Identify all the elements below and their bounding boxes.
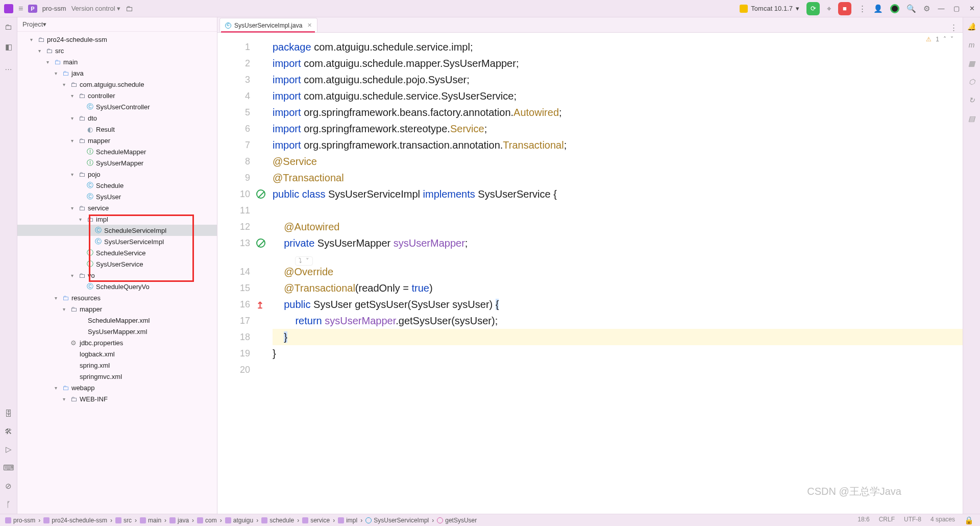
maximize-icon[interactable]: ▢	[952, 5, 961, 13]
tree-item-com-atguigu-schedule[interactable]: ▾🗀com.atguigu.schedule	[17, 79, 217, 90]
tree-item-webapp[interactable]: ▾🗀webapp	[17, 382, 217, 393]
tree-item-resources[interactable]: ▾🗀resources	[17, 292, 217, 303]
tree-item-sysuser[interactable]: ⒸSysUser	[17, 191, 217, 202]
breadcrumb-java[interactable]: java	[169, 517, 189, 524]
breadcrumb[interactable]: pro-ssm›pro24-schedule-ssm›src›main›java…	[0, 517, 477, 524]
more-tool-icon[interactable]: …	[5, 63, 12, 71]
project-tree[interactable]: ▾🗀pro24-schedule-ssm▾🗀src▾🗀main▾🗀java▾🗀c…	[17, 32, 217, 514]
minimize-icon[interactable]: —	[937, 5, 945, 13]
problems-icon[interactable]: ⊘	[5, 482, 12, 491]
breadcrumb-service[interactable]: service	[302, 517, 330, 524]
run-config-selector[interactable]: Tomcat 10.1.7 ▾	[740, 5, 799, 13]
breadcrumb-schedule[interactable]: schedule	[261, 517, 294, 524]
terminal-icon[interactable]: ⌨	[3, 463, 14, 472]
version-control-dropdown[interactable]: Version control ▾	[71, 5, 121, 12]
settings-icon[interactable]: ⚙	[923, 4, 930, 13]
chevron-down-icon[interactable]: ˅	[950, 36, 953, 43]
indent[interactable]: 4 spaces	[930, 516, 955, 525]
tree-item-sysusermapper[interactable]: ⒾSysUserMapper	[17, 157, 217, 169]
tree-item-src[interactable]: ▾🗀src	[17, 45, 217, 56]
git-icon[interactable]: ᚵ	[6, 500, 11, 509]
code-editor[interactable]: ⚠ 1 ˄ ˅ 1234567891011121314151617181920 …	[217, 33, 963, 514]
title-bar: ≡ P pro-ssm Version control ▾ 🗀 Tomcat 1…	[0, 0, 980, 17]
run-tool-icon[interactable]: ▷	[6, 445, 12, 454]
tree-item-dto[interactable]: ▾🗀dto	[17, 112, 217, 124]
inspection-badge[interactable]: ⚠ 1 ˄ ˅	[926, 36, 953, 43]
tree-item-pro24-schedule-ssm[interactable]: ▾🗀pro24-schedule-ssm	[17, 34, 217, 45]
notifications-icon[interactable]: 🔔	[967, 22, 976, 31]
rerun-button[interactable]: ⟳	[806, 2, 820, 15]
tool2-icon[interactable]: ▤	[968, 114, 975, 123]
tab-options-icon[interactable]: ⋮	[950, 23, 958, 32]
hammer-icon[interactable]: 🛠	[5, 427, 12, 436]
breadcrumb-sysuserserviceimpl[interactable]: SysUserServiceImpl	[365, 517, 429, 524]
tree-item-web-inf[interactable]: ▾🗀WEB-INF	[17, 393, 217, 404]
structure-tool-icon[interactable]: ◧	[5, 42, 12, 52]
editor-tabs: SysUserServiceImpl.java ✕ ⋮	[217, 17, 963, 33]
tomcat-icon	[740, 5, 748, 13]
open-folder-icon[interactable]: 🗀	[126, 4, 133, 13]
breadcrumb-com[interactable]: com	[197, 517, 217, 524]
tree-item-impl[interactable]: ▾🗀impl	[17, 213, 217, 225]
tab-sysuserserviceimpl[interactable]: SysUserServiceImpl.java ✕	[219, 18, 317, 32]
project-name[interactable]: pro-ssm	[42, 5, 66, 12]
breadcrumb-pro24-schedule-ssm[interactable]: pro24-schedule-ssm	[43, 517, 107, 524]
tree-item-scheduleservice[interactable]: ⒾScheduleService	[17, 247, 217, 258]
tree-item-sysusermapper-xml[interactable]: SysUserMapper.xml	[17, 326, 217, 337]
account-icon[interactable]: 👤	[873, 4, 883, 13]
db-tool-icon[interactable]: ▦	[968, 59, 975, 67]
tree-item-spring-xml[interactable]: spring.xml	[17, 360, 217, 371]
tree-item-service[interactable]: ▾🗀service	[17, 202, 217, 213]
tree-item-schedule[interactable]: ⒸSchedule	[17, 180, 217, 191]
tree-item-mapper[interactable]: ▾🗀mapper	[17, 135, 217, 146]
breadcrumb-impl[interactable]: impl	[338, 517, 357, 524]
tree-item-controller[interactable]: ▾🗀controller	[17, 90, 217, 101]
more-icon[interactable]: ⋮	[859, 4, 866, 13]
tree-item-pojo[interactable]: ▾🗀pojo	[17, 169, 217, 180]
close-icon[interactable]: ✕	[968, 5, 976, 13]
tree-item-mapper[interactable]: ▾🗀mapper	[17, 303, 217, 315]
project-tool-icon[interactable]: 🗀	[5, 22, 12, 31]
breadcrumb-main[interactable]: main	[140, 517, 161, 524]
project-badge[interactable]: P	[28, 5, 37, 13]
tree-item-schedulemapper-xml[interactable]: ScheduleMapper.xml	[17, 315, 217, 326]
tool1-icon[interactable]: ↻	[969, 96, 975, 104]
search-icon[interactable]: 🔍	[906, 4, 916, 13]
tree-item-scheduleserviceimpl[interactable]: ⒸScheduleServiceImpl	[17, 225, 217, 236]
maven-icon[interactable]: m	[969, 41, 975, 49]
database-icon[interactable]: 🗄	[5, 409, 12, 418]
breadcrumb-src[interactable]: src	[115, 517, 132, 524]
tree-item-springmvc-xml[interactable]: springmvc.xml	[17, 371, 217, 382]
tree-item-jdbc-properties[interactable]: ⚙jdbc.properties	[17, 337, 217, 348]
code-content[interactable]: package com.atguigu.schedule.service.imp…	[255, 33, 963, 514]
tree-item-vo[interactable]: ▾🗀vo	[17, 270, 217, 281]
tree-item-schedulemapper[interactable]: ⒾScheduleMapper	[17, 146, 217, 157]
tree-item-main[interactable]: ▾🗀main	[17, 56, 217, 67]
tree-item-sysuserserviceimpl[interactable]: ⒸSysUserServiceImpl	[17, 236, 217, 247]
line-number-gutter[interactable]: 1234567891011121314151617181920	[217, 33, 255, 514]
readonly-lock-icon[interactable]: 🔒	[964, 516, 974, 525]
tree-item-java[interactable]: ▾🗀java	[17, 67, 217, 79]
breadcrumb-getsysuser[interactable]: getSysUser	[437, 517, 477, 524]
gradle-icon[interactable]: ⬡	[969, 78, 975, 86]
avatar[interactable]	[890, 4, 899, 13]
status-bar: pro-ssm›pro24-schedule-ssm›src›main›java…	[0, 514, 980, 526]
stop-button[interactable]: ■	[838, 2, 851, 15]
tree-item-schedulequeryvo[interactable]: ⒸScheduleQueryVo	[17, 281, 217, 292]
debug-icon[interactable]: ⌖	[827, 4, 831, 13]
tab-label: SysUserServiceImpl.java	[234, 22, 302, 29]
tree-item-sysuserservice[interactable]: ⒾSysUserService	[17, 258, 217, 270]
project-panel-title[interactable]: Project ▾	[17, 17, 217, 32]
tree-item-sysusercontroller[interactable]: ⒸSysUserController	[17, 101, 217, 112]
caret-position[interactable]: 18:6	[857, 516, 869, 525]
tab-close-icon[interactable]: ✕	[307, 22, 312, 29]
tree-item-result[interactable]: ◐Result	[17, 124, 217, 135]
breadcrumb-pro-ssm[interactable]: pro-ssm	[5, 517, 35, 524]
breadcrumb-atguigu[interactable]: atguigu	[225, 517, 253, 524]
line-separator[interactable]: CRLF	[879, 516, 895, 525]
warning-icon: ⚠	[926, 36, 932, 43]
tree-item-logback-xml[interactable]: logback.xml	[17, 348, 217, 360]
encoding[interactable]: UTF-8	[904, 516, 921, 525]
chevron-up-icon[interactable]: ˄	[943, 36, 946, 43]
hamburger-icon[interactable]: ≡	[18, 4, 23, 13]
